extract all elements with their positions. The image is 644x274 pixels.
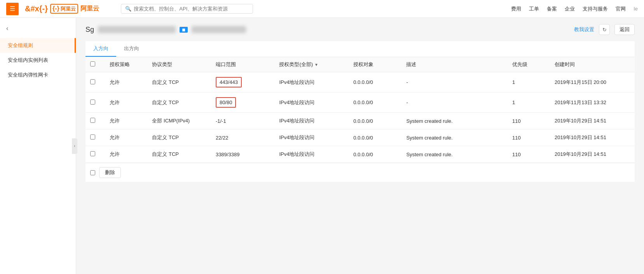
nav-item-enterprise[interactable]: 企业 bbox=[565, 5, 575, 12]
row-port: -1/-1 bbox=[211, 113, 275, 129]
header-time: 创建时间 bbox=[550, 57, 635, 72]
nav-item-support[interactable]: 支持与服务 bbox=[583, 5, 608, 12]
port-highlighted: 80/80 bbox=[216, 97, 236, 108]
row-policy: 允许 bbox=[105, 72, 147, 92]
bottom-select-checkbox[interactable] bbox=[90, 170, 95, 175]
tab-inbound[interactable]: 入方向 bbox=[86, 41, 116, 57]
logo-bracket: {-} 阿里云 bbox=[50, 4, 78, 14]
sidebar-item-instance-list[interactable]: 安全组内实例列表 bbox=[0, 53, 76, 68]
row-time: 2019年10月29日 14:51 bbox=[550, 113, 635, 129]
row-checkbox-1[interactable] bbox=[90, 99, 95, 105]
search-bar[interactable]: 🔍 bbox=[121, 4, 253, 14]
page-header: Sg ◼ 教我设置 ↻ 返回 bbox=[86, 24, 635, 35]
nav-item-fees[interactable]: 费用 bbox=[511, 5, 521, 12]
select-all-checkbox[interactable] bbox=[90, 61, 95, 66]
row-desc: - bbox=[401, 92, 508, 113]
port-value: 22/22 bbox=[216, 135, 229, 141]
table-row: 允许 自定义 TCP 3389/3389 IPv4地址段访问 0.0.0.0/0… bbox=[86, 146, 635, 163]
table-row: 允许 自定义 TCP 80/80 IPv4地址段访问 0.0.0.0/0 - 1… bbox=[86, 92, 635, 113]
delete-button[interactable]: 删除 bbox=[99, 167, 121, 178]
header-protocol: 协议类型 bbox=[147, 57, 211, 72]
header-policy: 授权策略 bbox=[105, 57, 147, 72]
row-policy: 允许 bbox=[105, 113, 147, 129]
port-value: 3389/3389 bbox=[216, 152, 239, 157]
row-time: 2019年10月29日 14:51 bbox=[550, 146, 635, 163]
port-value: -1/-1 bbox=[216, 118, 226, 124]
main-layout: ‹ 安全组规则 安全组内实例列表 安全组内弹性网卡 › Sg ◼ 教我设置 bbox=[0, 18, 644, 274]
row-time: 2019年11月15日 20:00 bbox=[550, 72, 635, 92]
header-authobj: 授权对象 bbox=[349, 57, 401, 72]
logo-text: 阿里云 bbox=[80, 5, 99, 13]
row-protocol: 自定义 TCP bbox=[147, 92, 211, 113]
table-container: 入方向 出方向 授权策略 bbox=[86, 41, 635, 182]
table-row: 允许 自定义 TCP 22/22 IPv4地址段访问 0.0.0.0/0 Sys… bbox=[86, 129, 635, 146]
row-desc: - bbox=[401, 72, 508, 92]
row-time: 2019年11月13日 13:32 bbox=[550, 92, 635, 113]
nav-item-beian[interactable]: 备案 bbox=[547, 5, 557, 12]
page-title: Sg bbox=[86, 26, 94, 34]
header-port: 端口范围 bbox=[211, 57, 275, 72]
row-authobj: 0.0.0.0/0 bbox=[349, 92, 401, 113]
row-policy: 允许 bbox=[105, 92, 147, 113]
nav-right-menu: 费用 工单 备案 企业 支持与服务 官网 Ie bbox=[511, 5, 638, 12]
row-desc: System created rule. bbox=[401, 129, 508, 146]
page-title-blurred bbox=[98, 26, 176, 33]
tab-outbound[interactable]: 出方向 bbox=[116, 41, 147, 57]
search-icon: 🔍 bbox=[125, 6, 131, 12]
sidebar-back-button[interactable]: ‹ bbox=[0, 22, 76, 38]
sidebar-item-elastic-nic[interactable]: 安全组内弹性网卡 bbox=[0, 68, 76, 82]
page-title-tag: ◼ bbox=[180, 27, 188, 33]
settings-link[interactable]: 教我设置 bbox=[574, 26, 594, 33]
row-priority: 110 bbox=[508, 113, 550, 129]
row-time: 2019年10月29日 14:51 bbox=[550, 129, 635, 146]
row-checkbox-cell bbox=[86, 113, 105, 129]
row-protocol: 自定义 TCP bbox=[147, 129, 211, 146]
row-checkbox-0[interactable] bbox=[90, 79, 95, 84]
header-authtype[interactable]: 授权类型(全部) ▼ bbox=[274, 57, 349, 72]
row-checkbox-cell bbox=[86, 129, 105, 146]
row-protocol: 自定义 TCP bbox=[147, 72, 211, 92]
row-checkbox-cell bbox=[86, 72, 105, 92]
refresh-button[interactable]: ↻ bbox=[599, 24, 610, 35]
row-authtype: IPv4地址段访问 bbox=[274, 146, 349, 163]
row-priority: 110 bbox=[508, 146, 550, 163]
nav-item-extra[interactable]: Ie bbox=[634, 6, 638, 12]
back-chevron-icon: ‹ bbox=[6, 25, 8, 31]
rules-table: 授权策略 协议类型 端口范围 授权类型(全部) ▼ bbox=[86, 57, 635, 163]
table-row: 允许 全部 ICMP(IPv4) -1/-1 IPv4地址段访问 0.0.0.0… bbox=[86, 113, 635, 129]
row-authobj: 0.0.0.0/0 bbox=[349, 146, 401, 163]
row-authobj: 0.0.0.0/0 bbox=[349, 113, 401, 129]
row-authtype: IPv4地址段访问 bbox=[274, 92, 349, 113]
row-checkbox-cell bbox=[86, 146, 105, 163]
table-row: 允许 自定义 TCP 443/443 IPv4地址段访问 0.0.0.0/0 -… bbox=[86, 72, 635, 92]
row-protocol: 全部 ICMP(IPv4) bbox=[147, 113, 211, 129]
header-priority: 优先级 bbox=[508, 57, 550, 72]
header-actions: 教我设置 ↻ 返回 bbox=[574, 24, 635, 35]
row-checkbox-2[interactable] bbox=[90, 118, 95, 123]
row-desc: System created rule. bbox=[401, 146, 508, 163]
sidebar-item-security-rules[interactable]: 安全组规则 bbox=[0, 38, 76, 53]
row-port: 443/443 bbox=[211, 72, 275, 92]
nav-item-ticket[interactable]: 工单 bbox=[529, 5, 539, 12]
search-input[interactable] bbox=[134, 6, 249, 12]
top-navigation: ☰ &#x{-} {-} 阿里云 阿里云 🔍 费用 工单 备案 企业 支持与服务… bbox=[0, 0, 644, 18]
row-checkbox-3[interactable] bbox=[90, 134, 95, 140]
logo-icon: &#x{-} bbox=[25, 4, 48, 13]
row-checkbox-4[interactable] bbox=[90, 151, 95, 156]
back-button[interactable]: 返回 bbox=[614, 24, 635, 35]
collapse-chevron-icon: › bbox=[74, 144, 75, 148]
logo: &#x{-} {-} 阿里云 阿里云 bbox=[25, 4, 99, 14]
header-desc: 描述 bbox=[401, 57, 508, 72]
sidebar: ‹ 安全组规则 安全组内实例列表 安全组内弹性网卡 › bbox=[0, 18, 76, 274]
page-title-blurred-2 bbox=[192, 26, 246, 33]
row-authtype: IPv4地址段访问 bbox=[274, 113, 349, 129]
row-authtype: IPv4地址段访问 bbox=[274, 129, 349, 146]
row-port: 22/22 bbox=[211, 129, 275, 146]
page-title-area: Sg ◼ bbox=[86, 26, 246, 34]
row-port: 80/80 bbox=[211, 92, 275, 113]
sidebar-collapse-handle[interactable]: › bbox=[72, 138, 77, 154]
row-authobj: 0.0.0.0/0 bbox=[349, 129, 401, 146]
hamburger-menu[interactable]: ☰ bbox=[6, 3, 19, 15]
nav-item-official[interactable]: 官网 bbox=[616, 5, 626, 12]
row-port: 3389/3389 bbox=[211, 146, 275, 163]
